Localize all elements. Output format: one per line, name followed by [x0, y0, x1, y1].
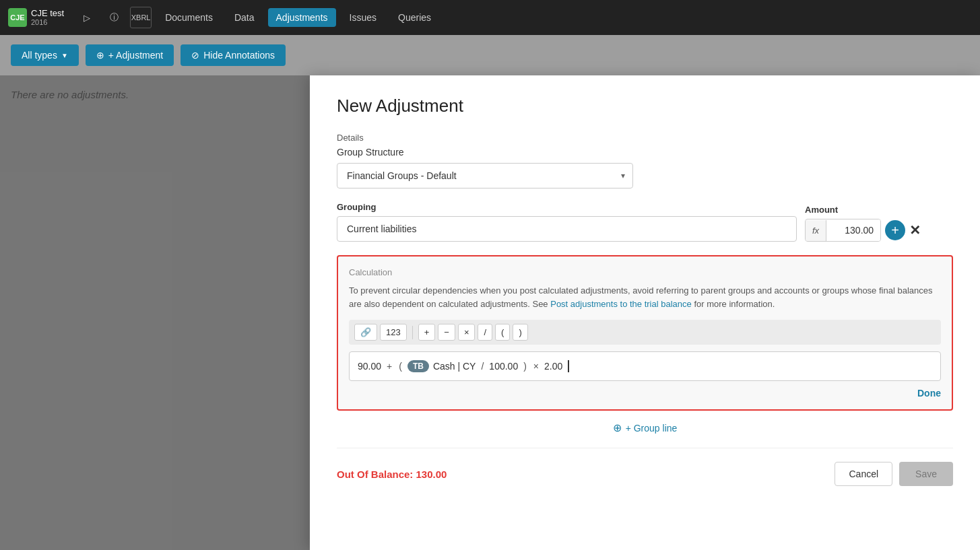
hide-annotations-label: Hide Annotations	[203, 50, 275, 61]
calculation-box: Calculation To prevent circular dependen…	[337, 255, 953, 411]
add-amount-button[interactable]: +	[885, 220, 905, 240]
app-year: 2016	[31, 18, 64, 27]
formula-token-plus: +	[385, 361, 393, 372]
formula-row[interactable]: 90.00 + ( TB Cash | CY / 100.00 ) × 2.00	[349, 351, 941, 381]
divide-op-button[interactable]: /	[478, 324, 492, 341]
all-types-button[interactable]: All types ▼	[11, 44, 79, 66]
adjustment-label: + Adjustment	[108, 50, 163, 61]
plus-icon: ⊕	[96, 50, 104, 61]
formula-token-divide: /	[480, 361, 485, 372]
minus-op-button[interactable]: −	[438, 324, 455, 341]
dialog-footer: Out Of Balance: 130.00 Cancel Save	[337, 448, 953, 486]
group-structure-select[interactable]: Financial Groups - Default	[337, 163, 633, 188]
dialog-title: New Adjustment	[337, 96, 953, 116]
fx-icon: fx	[806, 220, 826, 241]
nav-data[interactable]: Data	[226, 8, 263, 27]
info-button[interactable]: ⓘ	[103, 7, 125, 28]
formula-cursor	[568, 360, 569, 372]
amount-label: Amount	[805, 205, 953, 215]
calc-title: Calculation	[349, 267, 941, 277]
calc-toolbar: 🔗 123 + − × / ( )	[349, 320, 941, 345]
main-area: There are no adjustments. New Adjustment…	[0, 75, 980, 550]
nav-adjustments[interactable]: Adjustments	[268, 8, 336, 27]
annotations-icon: ⊘	[191, 50, 199, 61]
nav-documents[interactable]: Documents	[157, 8, 221, 27]
grouping-label: Grouping	[337, 202, 797, 212]
tb-badge: TB	[407, 360, 429, 372]
nav-issues[interactable]: Issues	[341, 8, 385, 27]
post-adjustments-link[interactable]: Post adjustments to the trial balance	[550, 299, 692, 309]
details-section: Details Group Structure Financial Groups…	[337, 133, 953, 242]
formula-token-2: 2.00	[544, 361, 562, 372]
formula-token-90: 90.00	[358, 361, 381, 372]
formula-token-multiply: ×	[532, 361, 540, 372]
group-structure-wrapper: Financial Groups - Default ▾	[337, 163, 633, 188]
grouping-input[interactable]	[337, 216, 797, 242]
multiply-op-button[interactable]: ×	[458, 324, 476, 341]
formula-token-cash-cy: Cash | CY	[433, 361, 476, 372]
top-nav: CJE CJE test 2016 ▷ ⓘ XBRL Documents Dat…	[0, 0, 980, 35]
close-paren-button[interactable]: )	[513, 324, 527, 341]
grouping-col: Grouping	[337, 202, 797, 242]
link-button[interactable]: 🔗	[354, 324, 377, 341]
remove-amount-button[interactable]: ✕	[909, 222, 921, 238]
formula-token-open-paren: (	[397, 361, 403, 372]
toolbar: All types ▼ ⊕ + Adjustment ⊘ Hide Annota…	[0, 35, 980, 75]
plus-circle-icon: ⊕	[613, 421, 622, 434]
flag-button[interactable]: ▷	[76, 7, 98, 28]
open-paren-button[interactable]: (	[495, 324, 510, 341]
save-button[interactable]: Save	[899, 462, 953, 486]
cancel-button[interactable]: Cancel	[835, 462, 892, 486]
amount-input[interactable]	[826, 219, 880, 241]
app-logo: CJE CJE test 2016	[8, 8, 64, 28]
formula-token-100: 100.00	[489, 361, 518, 372]
nav-queries[interactable]: Queries	[390, 8, 439, 27]
group-line-row: ⊕ + Group line	[337, 421, 953, 434]
amount-col: Amount fx + ✕	[805, 205, 953, 242]
plus-op-button[interactable]: +	[418, 324, 436, 341]
xbrl-button[interactable]: XBRL	[130, 7, 152, 28]
done-button[interactable]: Done	[917, 388, 941, 399]
hide-annotations-button[interactable]: ⊘ Hide Annotations	[181, 44, 286, 66]
calc-done-row: Done	[349, 388, 941, 399]
grouping-amount-row: Grouping Amount fx + ✕	[337, 202, 953, 242]
number-button[interactable]: 123	[380, 324, 407, 341]
calc-warning: To prevent circular dependencies when yo…	[349, 284, 941, 310]
separator	[412, 326, 413, 339]
amount-input-box: fx	[805, 219, 881, 242]
group-line-button[interactable]: ⊕ + Group line	[613, 421, 678, 434]
out-of-balance-text: Out Of Balance: 130.00	[337, 469, 447, 480]
add-adjustment-button[interactable]: ⊕ + Adjustment	[86, 44, 174, 66]
amount-input-wrap: fx + ✕	[805, 219, 953, 242]
group-line-label: + Group line	[626, 423, 678, 434]
footer-buttons: Cancel Save	[835, 462, 953, 486]
logo-icon: CJE	[8, 8, 27, 27]
group-structure-label: Group Structure	[337, 147, 953, 158]
chevron-down-icon: ▼	[61, 52, 68, 59]
group-structure-section: Group Structure Financial Groups - Defau…	[337, 147, 953, 188]
all-types-label: All types	[22, 50, 57, 61]
dialog-panel: New Adjustment Details Group Structure F…	[310, 75, 980, 550]
details-label: Details	[337, 133, 953, 143]
app-name-text: CJE test 2016	[31, 8, 64, 28]
formula-token-close-paren: )	[522, 361, 528, 372]
